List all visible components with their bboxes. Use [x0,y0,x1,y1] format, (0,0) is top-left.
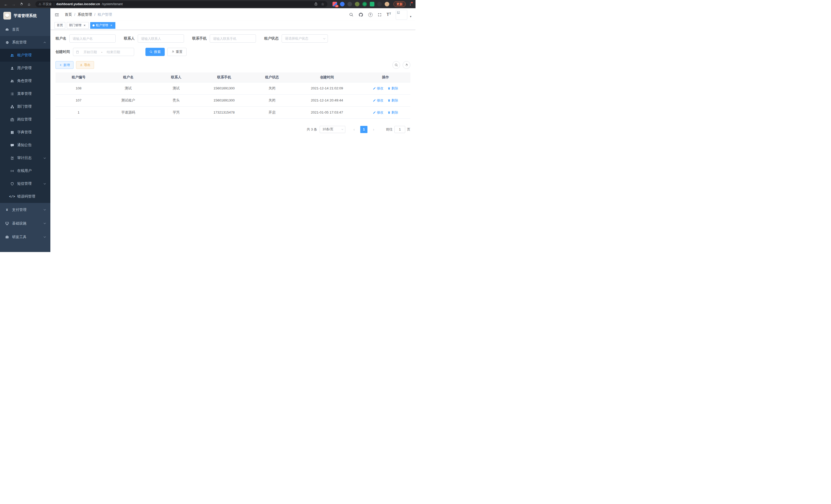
extension-icon[interactable]: 10 [333,2,337,6]
breadcrumb-system[interactable]: 系统管理 [78,12,92,17]
end-date-input[interactable] [103,50,123,54]
sidebar-item-tenant[interactable]: 租户管理 [0,49,50,62]
extension-icon[interactable] [340,2,345,6]
table-row: 1 芋道源码 芋艿 17321315478 开启 2021-01-05 17:0… [56,106,410,118]
sidebar-item-post[interactable]: 岗位管理 [0,113,50,126]
sidebar-item-role[interactable]: 角色管理 [0,75,50,87]
menu-list-icon [10,92,14,96]
page-size-select[interactable]: 10条/页 [320,126,345,133]
contact-input[interactable] [138,34,184,42]
search-button[interactable]: 搜索 [145,48,165,56]
status-select[interactable]: 请选择租户状态 [282,34,328,42]
date-range-picker[interactable]: - [73,48,134,56]
url-host: dashboard.yudao.iocoder.cn [56,2,100,6]
add-button[interactable]: 新增 [56,61,74,69]
extension-icon[interactable] [347,2,352,6]
breadcrumb-current: 租户管理 [98,12,112,17]
export-button[interactable]: 导出 [76,61,94,69]
sidebar-item-user[interactable]: 用户管理 [0,62,50,75]
sidebar-item-audit-log[interactable]: 审计日志 [0,152,50,165]
tenant-name-input[interactable] [69,34,116,42]
sidebar-item-dict[interactable]: 字典管理 [0,126,50,139]
bookmark-star-icon[interactable]: ☆ [321,2,324,6]
extension-icon[interactable] [362,2,367,6]
reload-icon[interactable] [18,1,25,7]
close-icon[interactable]: × [83,24,86,27]
chevron-down-icon [44,182,46,184]
total-count: 共 3 条 [307,127,317,132]
search-icon[interactable] [349,12,353,17]
sidebar-item-sms[interactable]: 短信管理 [0,177,50,190]
prev-page-button[interactable]: ‹ [350,126,358,133]
book-icon [10,130,14,135]
url-path: /system/tenant [102,2,122,6]
delete-link[interactable]: 删除 [388,110,398,115]
close-icon[interactable]: × [110,24,113,27]
forward-icon[interactable]: → [10,1,17,7]
delete-link[interactable]: 删除 [388,98,398,103]
page-header: 首页 / 系统管理 / 租户管理 ? TT [50,8,416,21]
extensions-puzzle-icon[interactable] [377,2,382,6]
toggle-search-button[interactable] [392,61,400,69]
mobile-input[interactable] [210,34,256,42]
sidebar-item-notice[interactable]: 通知公告 [0,139,50,152]
extension-icon[interactable] [355,2,360,6]
sidebar-item-home[interactable]: 首页 [0,23,50,36]
yen-icon: ¥ [5,208,9,212]
sidebar-item-devtools[interactable]: 研发工具 [0,230,50,244]
sidebar-item-online-user[interactable]: 在线用户 [0,165,50,177]
github-icon[interactable] [359,12,363,17]
back-icon[interactable]: ← [3,1,9,7]
refresh-table-button[interactable] [403,61,410,69]
security-indicator[interactable]: ⚠ 不安全 [38,2,52,6]
help-icon[interactable]: ? [368,12,373,17]
browser-menu-icon[interactable]: ⋮ [408,2,413,6]
app-logo[interactable]: 芋道管理系统 [0,8,50,23]
tenant-table: 租户编号 租户名 联系人 联系手机 租户状态 创建时间 操作 108 测试 测试 [56,72,410,119]
profile-avatar[interactable] [385,2,389,6]
chrome-update-button[interactable]: 更新 [393,1,406,7]
filter-contact: 联系人 [124,34,184,42]
next-page-button[interactable]: › [370,126,377,133]
tab-dept[interactable]: 部门管理 × [67,22,89,29]
table-row: 108 测试 测试 15601691300 关闭 2021-12-14 21:0… [56,82,410,94]
breadcrumb-home[interactable]: 首页 [65,12,72,17]
edit-link[interactable]: 修改 [373,98,383,103]
avatar-caret-icon[interactable]: ▾ [410,15,411,18]
filter-status: 租户状态 请选择租户状态 [264,34,328,42]
sidebar: 芋道管理系统 首页 系统管理 租户管理 [0,8,50,252]
status-text: 开启 [251,106,293,118]
delete-link[interactable]: 删除 [388,86,398,91]
monitor-icon [5,221,9,225]
chevron-down-icon [44,156,46,158]
id-badge-icon [10,118,14,121]
edit-link[interactable]: 修改 [373,86,383,91]
tab-tenant[interactable]: 租户管理 × [90,22,115,29]
sidebar-item-error-code[interactable]: </> 错误码管理 [0,190,50,203]
page-number-1[interactable]: 1 [360,126,368,133]
share-icon[interactable] [314,2,318,6]
goto-page-input[interactable] [395,126,405,133]
pagination: 共 3 条 10条/页 ‹ 1 › 前往 页 [56,126,410,133]
sidebar-item-dept[interactable]: 部门管理 [0,100,50,113]
fullscreen-icon[interactable] [377,12,382,17]
start-date-input[interactable] [80,50,100,54]
home-icon[interactable]: ⌂ [26,1,32,7]
sidebar-item-payment[interactable]: ¥ 支付管理 [0,203,50,216]
sidebar-item-menu[interactable]: 菜单管理 [0,87,50,100]
tab-home[interactable]: 首页 [55,22,65,29]
reset-button[interactable]: 重置 [167,48,187,56]
font-size-icon[interactable]: TT [387,12,391,17]
address-bar[interactable]: ⚠ 不安全 | dashboard.yudao.iocoder.cn /syst… [35,1,327,7]
extension-icon[interactable] [370,2,374,6]
system-submenu: 租户管理 用户管理 角色管理 菜单管理 [0,49,50,203]
user-avatar[interactable] [396,10,407,20]
edit-link[interactable]: 修改 [373,110,383,115]
broadcast-icon [10,169,14,173]
filter-mobile: 联系手机 [192,34,256,42]
sidebar-item-infra[interactable]: 基础设施 [0,216,50,230]
status-text: 关闭 [251,94,293,106]
chevron-down-icon [44,208,46,210]
sidebar-item-system[interactable]: 系统管理 [0,36,50,49]
sidebar-collapse-button[interactable] [55,12,60,18]
